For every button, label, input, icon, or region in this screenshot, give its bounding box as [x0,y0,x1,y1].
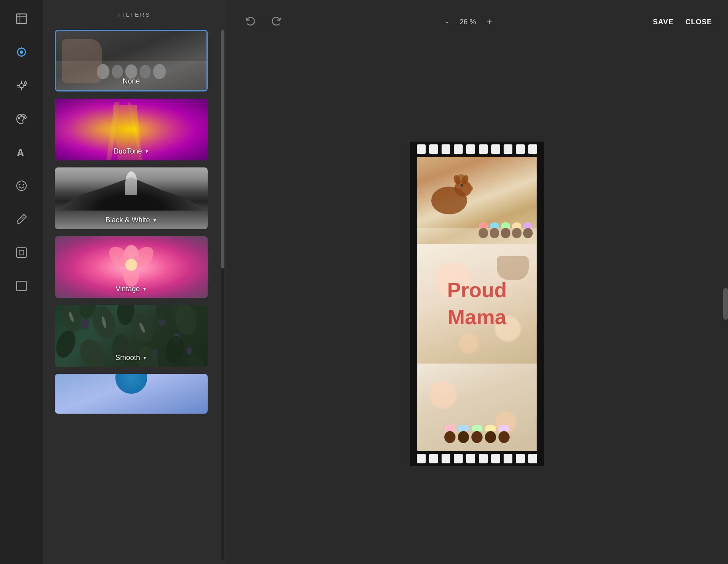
duotone-arrow: ▼ [144,149,149,154]
text-icon-btn[interactable]: A [11,142,32,163]
filter-duotone[interactable]: DuoTone ▼ [55,99,208,160]
perf-hole [516,144,525,154]
svg-point-23 [23,184,24,185]
svg-rect-26 [19,250,24,255]
color-icon-btn[interactable] [11,108,32,130]
svg-rect-27 [17,281,26,291]
basket-shape [497,256,529,280]
vintage-arrow: ▼ [142,286,147,292]
filter-none-label: None [56,77,206,86]
perf-hole [466,454,475,463]
perf-hole [528,454,537,463]
svg-point-18 [21,115,22,117]
svg-point-22 [19,184,20,185]
perf-hole [504,144,512,154]
zoom-control: - 26 % + [446,18,492,26]
perf-hole [479,454,488,463]
perf-hole [528,144,537,154]
perf-hole [429,454,438,463]
perf-hole [442,454,450,463]
mama-line: Mama [447,304,507,331]
sticker-icon-btn[interactable] [11,175,32,196]
perf-hole [417,454,426,463]
perf-hole [504,454,512,463]
frame-outer-icon-btn[interactable] [11,275,32,297]
adjust-icon-btn[interactable] [11,41,32,63]
puppies-row [479,222,533,238]
svg-rect-25 [17,248,26,257]
main-content: - 26 % + SAVE CLOSE [226,0,728,564]
bokeh-4 [429,381,457,409]
canvas-area: Proud Mama [226,44,728,564]
svg-point-34 [173,305,199,337]
top-bar-left [242,13,285,31]
filters-panel: FILTERS [43,0,226,564]
zoom-value: 26 % [456,18,480,26]
svg-point-17 [18,117,20,119]
svg-point-33 [154,305,175,322]
filter-vintage-label: Vintage ▼ [55,285,208,293]
svg-point-21 [17,181,26,191]
tune-icon-btn[interactable] [11,75,32,96]
filters-list: None DuoTone ▼ [43,26,220,564]
film-perforations-top [410,142,544,157]
filter-smooth[interactable]: Smooth ▼ [55,305,208,367]
film-content: Proud Mama [417,157,537,451]
bokeh-3 [459,334,479,354]
svg-rect-0 [17,14,26,23]
filter-partial[interactable] [55,374,208,414]
filter-duotone-label: DuoTone ▼ [55,147,208,156]
filters-header: FILTERS [43,0,226,26]
filter-none[interactable]: None [55,30,208,91]
perf-hole [417,144,426,154]
frame-inner-icon-btn[interactable] [11,242,32,263]
film-perforations-bottom [410,451,544,466]
top-bar: - 26 % + SAVE CLOSE [226,0,728,44]
perf-hole [491,144,500,154]
bw-arrow: ▼ [152,218,157,223]
save-button[interactable]: SAVE [653,18,673,26]
zoom-in-button[interactable]: + [487,18,492,26]
undo-button[interactable] [242,13,259,31]
svg-point-4 [20,51,23,54]
svg-line-24 [21,217,24,219]
redo-button[interactable] [267,13,285,31]
perf-hole [516,454,525,463]
smooth-arrow: ▼ [142,355,147,361]
scrollbar-thumb[interactable] [221,30,224,268]
svg-point-50 [463,185,473,192]
filter-bw[interactable]: Black & White ▼ [55,167,208,229]
dog-shape [425,165,481,224]
svg-text:A: A [17,147,24,159]
proud-mama-text: Proud Mama [447,277,507,331]
perf-hole [491,454,500,463]
zoom-out-button[interactable]: - [446,18,449,26]
film-strip: Proud Mama [410,142,544,466]
perf-hole [429,144,438,154]
perf-hole [442,144,450,154]
crop-icon-btn[interactable] [11,8,32,29]
perf-hole [466,144,475,154]
perf-hole [454,454,463,463]
top-bar-right: SAVE CLOSE [653,18,712,26]
close-button[interactable]: CLOSE [685,18,712,26]
svg-point-9 [19,84,23,88]
proud-line: Proud [447,277,507,304]
filter-vintage[interactable]: Vintage ▼ [55,236,208,298]
svg-point-19 [23,117,25,118]
svg-point-14 [24,82,27,84]
img-section-1 [417,157,537,244]
perf-hole [454,144,463,154]
filter-smooth-label: Smooth ▼ [55,354,208,362]
puppies-row-2 [421,425,533,443]
scrollbar-track[interactable] [221,30,224,560]
svg-point-49 [461,184,463,187]
brush-icon-btn[interactable] [11,208,32,230]
img-section-2: Proud Mama [417,244,537,364]
perf-hole [479,144,488,154]
icon-toolbar: A [0,0,43,564]
right-scroll-indicator [723,288,728,320]
img-section-3 [417,364,537,451]
filter-bw-label: Black & White ▼ [55,216,208,224]
